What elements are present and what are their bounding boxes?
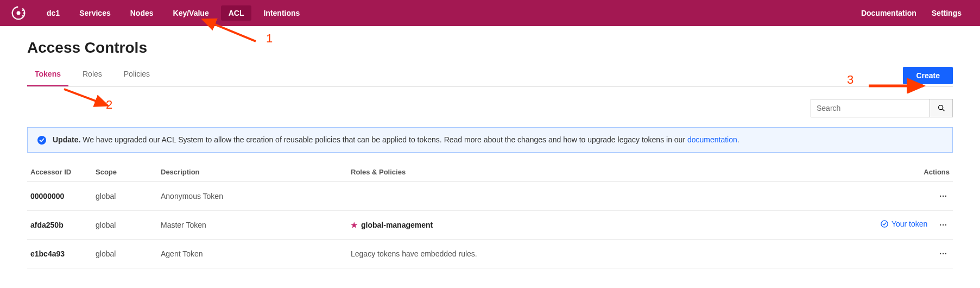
tokens-table: Accessor ID Scope Description Roles & Po…: [27, 162, 953, 268]
banner-text: Update. We have upgraded our ACL System …: [53, 135, 739, 144]
annotation-1: 1: [266, 32, 273, 46]
cell-scope: global: [92, 211, 157, 240]
nav-item-intentions[interactable]: Intentions: [256, 1, 307, 25]
search-input[interactable]: [811, 99, 930, 117]
policy-tag[interactable]: ★global-management: [351, 221, 433, 229]
cell-roles: [347, 182, 866, 211]
cell-actions: ···: [866, 240, 953, 268]
more-actions-button[interactable]: ···: [937, 191, 950, 202]
th-roles: Roles & Policies: [347, 162, 866, 182]
consul-logo-icon[interactable]: [11, 5, 26, 21]
banner-doc-link[interactable]: documentation: [687, 135, 737, 144]
table-row[interactable]: 00000000globalAnonymous Token···: [27, 182, 953, 211]
policy-tag-label: global-management: [361, 221, 433, 229]
nav-item-acl[interactable]: ACL: [221, 5, 252, 21]
search-row: [27, 99, 953, 117]
banner-body2: .: [737, 135, 739, 144]
more-actions-button[interactable]: ···: [937, 248, 950, 259]
top-navbar: dc1 Services Nodes Key/Value ACL Intenti…: [0, 0, 980, 26]
table-row[interactable]: afda250bglobalMaster Token★global-manage…: [27, 211, 953, 240]
cell-description: Master Token: [157, 211, 347, 240]
search-icon: [937, 104, 946, 112]
cell-actions: ···: [866, 182, 953, 211]
cell-actions: Your token···: [866, 211, 953, 240]
table-row[interactable]: e1bc4a93globalAgent TokenLegacy tokens h…: [27, 240, 953, 268]
cell-scope: global: [92, 240, 157, 268]
th-accessor: Accessor ID: [27, 162, 92, 182]
annotation-2: 2: [106, 98, 112, 112]
page-title: Access Controls: [27, 39, 953, 57]
cell-description: Agent Token: [157, 240, 347, 268]
svg-point-2: [22, 9, 24, 11]
nav-right: Documentation Settings: [853, 1, 969, 25]
your-token-badge: Your token: [881, 220, 927, 228]
nav-documentation[interactable]: Documentation: [853, 1, 924, 25]
more-actions-button[interactable]: ···: [937, 220, 950, 230]
cell-accessor-id: e1bc4a93: [27, 240, 92, 268]
search-wrap: [811, 99, 953, 117]
cell-roles: Legacy tokens have embedded rules.: [347, 240, 866, 268]
svg-point-6: [938, 105, 943, 110]
cell-roles: ★global-management: [347, 211, 866, 240]
th-actions: Actions: [866, 162, 953, 182]
cell-description: Anonymous Token: [157, 182, 347, 211]
svg-line-7: [943, 109, 944, 111]
tab-row: Tokens Roles Policies Create: [27, 64, 953, 87]
search-button[interactable]: [930, 99, 953, 117]
nav-item-keyvalue[interactable]: Key/Value: [166, 1, 217, 25]
nav-datacenter[interactable]: dc1: [39, 1, 67, 25]
tab-policies[interactable]: Policies: [116, 64, 157, 86]
nav-settings[interactable]: Settings: [924, 1, 969, 25]
nav-item-services[interactable]: Services: [72, 1, 118, 25]
th-scope: Scope: [92, 162, 157, 182]
tab-roles[interactable]: Roles: [75, 64, 110, 86]
create-button[interactable]: Create: [903, 67, 953, 84]
svg-point-4: [22, 15, 24, 17]
cell-scope: global: [92, 182, 157, 211]
nav-left: dc1 Services Nodes Key/Value ACL Intenti…: [11, 1, 307, 25]
nav-item-nodes[interactable]: Nodes: [123, 1, 161, 25]
info-check-icon: [37, 136, 46, 145]
cell-accessor-id: afda250b: [27, 211, 92, 240]
main-container: Access Controls Tokens Roles Policies Cr…: [0, 26, 980, 279]
svg-point-9: [881, 221, 888, 227]
svg-point-8: [37, 136, 46, 145]
your-token-label: Your token: [892, 220, 927, 228]
update-banner: Update. We have upgraded our ACL System …: [27, 127, 953, 153]
check-circle-icon: [881, 220, 888, 228]
th-description: Description: [157, 162, 347, 182]
svg-point-1: [17, 11, 21, 15]
annotation-3: 3: [847, 73, 853, 87]
banner-strong: Update.: [53, 135, 80, 144]
cell-accessor-id: 00000000: [27, 182, 92, 211]
banner-body1: We have upgraded our ACL System to allow…: [80, 135, 687, 144]
star-icon: ★: [351, 221, 358, 229]
tab-tokens[interactable]: Tokens: [27, 64, 68, 86]
svg-point-3: [23, 12, 24, 14]
